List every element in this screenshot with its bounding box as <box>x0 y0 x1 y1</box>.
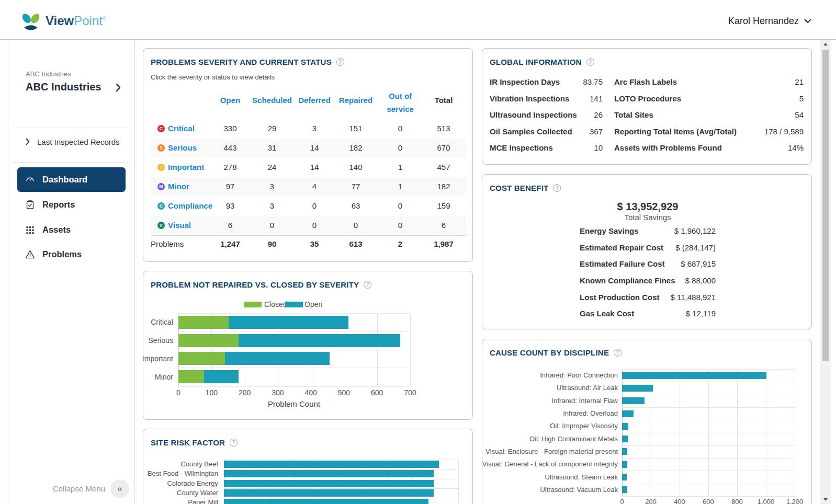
total-savings-value: $ 13,952,929 <box>569 200 726 213</box>
help-icon[interactable]: ? <box>614 349 622 357</box>
category-label: Ultrasound: Steam Leak <box>545 473 618 482</box>
company-selector[interactable]: ABC Industries <box>26 81 125 94</box>
bar-oil-improper-viscosity[interactable] <box>622 423 628 430</box>
cause-count-title: CAUSE COUNT BY DISCIPLINE <box>490 348 609 357</box>
bar-colorado-energy[interactable] <box>224 480 434 487</box>
severity-label-critical[interactable]: Critical <box>168 124 195 133</box>
legend-swatch-open[interactable] <box>285 302 303 307</box>
severity-label-compliance[interactable]: Compliance <box>168 201 212 211</box>
category-label: Infrared: Overload <box>563 409 618 418</box>
bar-visual-enclosure-foreign-material-present[interactable] <box>622 448 627 455</box>
table-cell: 4 <box>291 182 338 191</box>
table-cell: 0 <box>377 143 424 153</box>
table-cell: 1 <box>377 163 424 172</box>
x-axis-title: Problem Count <box>263 399 325 408</box>
collapse-menu-button[interactable]: « <box>110 479 129 498</box>
bar-county-water[interactable] <box>224 489 434 497</box>
gridline-horizontal <box>224 460 458 460</box>
scrollbar-down-arrow[interactable] <box>823 498 828 501</box>
severity-label-serious[interactable]: Serious <box>168 143 197 153</box>
table-cell: 3 <box>248 201 296 211</box>
bar-oil-high-contaminant-metals[interactable] <box>622 436 628 442</box>
column-header-deferred[interactable]: Deferred <box>291 96 338 105</box>
x-tick-label: 1,000 <box>750 498 782 504</box>
bar-closed-serious[interactable] <box>178 334 239 347</box>
column-header-out-of-service[interactable]: Out of service <box>382 89 419 116</box>
site-risk-card: SITE RISK FACTOR ? County BeefBest Food … <box>143 429 473 504</box>
bar-ultrasound-steam-leak[interactable] <box>622 474 627 480</box>
bar-open-critical[interactable] <box>229 316 348 329</box>
bar-open-serious[interactable] <box>239 334 400 347</box>
bar-paper-mill[interactable] <box>224 499 428 504</box>
severity-label-minor[interactable]: Minor <box>168 182 189 191</box>
legend-swatch-closed[interactable] <box>244 302 262 307</box>
global-info-value: 83.75 <box>583 77 603 87</box>
table-cell: 0 <box>248 221 296 230</box>
gridline-horizontal <box>622 458 795 459</box>
bar-closed-important[interactable] <box>178 352 225 365</box>
bar-open-minor[interactable] <box>204 370 239 383</box>
cost-benefit-label: Energy Savings <box>580 226 639 236</box>
table-cell: 159 <box>420 201 467 211</box>
severity-label-visual[interactable]: Visual <box>168 221 191 230</box>
collapse-icon: « <box>117 484 122 494</box>
bar-closed-critical[interactable] <box>178 316 229 329</box>
table-cell: 6 <box>207 221 254 230</box>
gridline-horizontal <box>622 382 795 382</box>
column-header-open[interactable]: Open <box>207 96 254 105</box>
scrollbar[interactable] <box>820 40 831 504</box>
table-cell: 151 <box>332 124 379 133</box>
help-icon[interactable]: ? <box>336 58 344 66</box>
help-icon[interactable]: ? <box>586 58 594 66</box>
bar-ultrasound-air-leak[interactable] <box>622 385 653 392</box>
collapse-menu[interactable]: Collapse Menu « <box>8 479 134 498</box>
gridline-horizontal <box>224 479 458 479</box>
legend-label-open[interactable]: Open <box>304 300 322 308</box>
column-header-repaired[interactable]: Repaired <box>332 96 379 105</box>
help-icon[interactable]: ? <box>553 184 561 192</box>
gridline-vertical <box>458 460 459 504</box>
severity-badge-minor: M <box>157 183 165 190</box>
bar-open-important[interactable] <box>225 352 330 365</box>
gridline-horizontal <box>224 469 458 469</box>
scrollbar-up-arrow[interactable] <box>823 43 828 45</box>
severity-label-important[interactable]: Important <box>168 163 204 172</box>
help-icon[interactable]: ? <box>230 439 238 446</box>
cost-benefit-label: Estimated Repair Cost <box>580 243 663 253</box>
help-icon[interactable]: ? <box>364 281 371 289</box>
totals-cell: 1,987 <box>420 239 467 249</box>
category-label: Oil: High Contaminant Metals <box>529 435 618 443</box>
gridline-vertical <box>795 369 795 496</box>
bar-infrared-overload[interactable] <box>622 410 634 417</box>
gridline-horizontal <box>622 496 795 497</box>
sidebar-item-label: Dashboard <box>38 175 87 185</box>
global-info-label: LOTO Procedures <box>614 94 681 104</box>
table-cell: 513 <box>420 124 467 133</box>
gridline-horizontal <box>622 445 795 446</box>
global-info-value: 178 / 9,589 <box>764 127 804 136</box>
global-info-label: Reporting Total Items (Avg/Total) <box>614 127 737 136</box>
gridline-horizontal <box>622 395 795 395</box>
bar-ultrasound-vacuum-leak[interactable] <box>622 486 627 493</box>
user-name: Karol Hernandez <box>728 16 799 27</box>
user-menu[interactable]: Karol Hernandez <box>728 15 811 27</box>
scrollbar-thumb[interactable] <box>822 50 829 361</box>
sidebar-item-assets[interactable]: Assets <box>17 217 126 242</box>
bar-county-beef[interactable] <box>224 461 439 468</box>
last-inspected-records[interactable]: Last Inspected Records <box>26 137 120 146</box>
bar-visual-general-lack-of-component-integrity[interactable] <box>622 461 627 468</box>
table-cell: 278 <box>207 163 254 172</box>
sidebar-item-dashboard[interactable]: Dashboard <box>17 167 126 192</box>
legend-label-closed[interactable]: Closed <box>264 300 287 308</box>
totals-row-border <box>151 235 466 236</box>
table-cell: 14 <box>291 163 338 172</box>
cost-benefit-value: $ 88,000 <box>685 276 716 285</box>
column-header-scheduled[interactable]: Scheduled <box>248 96 296 105</box>
bar-infrared-poor-connection[interactable] <box>622 372 766 379</box>
sidebar-item-reports[interactable]: Reports <box>17 192 126 217</box>
sidebar-item-problems[interactable]: Problems <box>17 242 126 267</box>
bar-closed-minor[interactable] <box>178 370 204 383</box>
table-cell: 0 <box>377 124 424 133</box>
bar-best-food-wilmington[interactable] <box>224 470 434 477</box>
bar-infrared-internal-flaw[interactable] <box>622 397 645 404</box>
